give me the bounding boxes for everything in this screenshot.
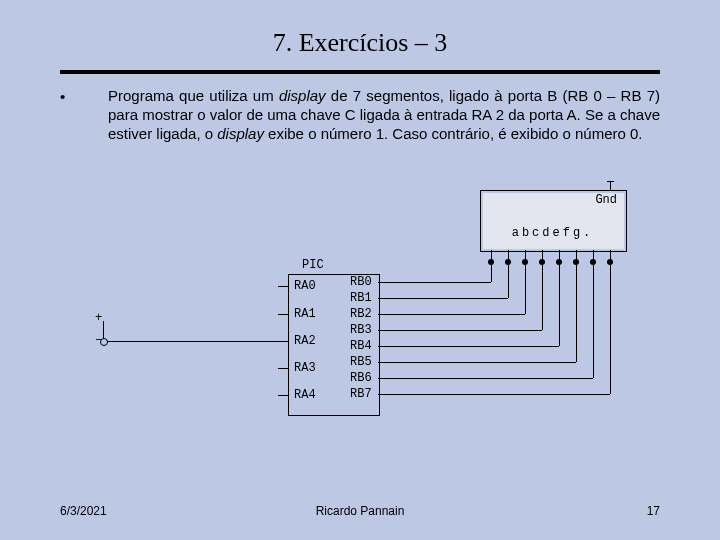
wire-rb0-h — [388, 282, 491, 283]
label-rb1: RB1 — [350, 291, 372, 305]
wire-rb7-v — [610, 262, 611, 394]
label-rb4: RB4 — [350, 339, 372, 353]
stub-rb4 — [378, 346, 388, 347]
slide: 7. Exercícios – 3 • Programa que utiliza… — [0, 0, 720, 540]
wire-rb5-v — [576, 262, 577, 362]
wire-rb4-v — [559, 262, 560, 346]
label-rb7: RB7 — [350, 387, 372, 401]
stub-ra4 — [278, 395, 288, 396]
title-rule — [60, 70, 660, 74]
wire-rb4-h — [388, 346, 559, 347]
body-text: Programa que utiliza um display de 7 seg… — [108, 86, 660, 144]
stub-ra0 — [278, 286, 288, 287]
body-italic-2: display — [217, 125, 264, 142]
gnd-pin — [610, 181, 611, 190]
wire-rb3-h — [388, 330, 542, 331]
display-pins-label: abcdefg. — [480, 226, 625, 240]
gnd-tick — [607, 181, 614, 182]
stub-rb6 — [378, 378, 388, 379]
stub-ra3 — [278, 368, 288, 369]
stub-rb1 — [378, 298, 388, 299]
display-gnd-label: Gnd — [480, 193, 625, 207]
body-italic-1: display — [279, 87, 326, 104]
label-ra4: RA4 — [294, 388, 316, 402]
wire-rb2-v — [525, 262, 526, 314]
label-ra2: RA2 — [294, 334, 316, 348]
wire-rb3-v — [542, 262, 543, 330]
label-ra1: RA1 — [294, 307, 316, 321]
wire-rb1-h — [388, 298, 508, 299]
pic-label: PIC — [302, 258, 324, 272]
stub-rb0 — [378, 282, 388, 283]
stub-rb7 — [378, 394, 388, 395]
body-text-post: exibe o número 1. Caso contrário, é exib… — [264, 125, 643, 142]
slide-title: 7. Exercícios – 3 — [0, 28, 720, 58]
label-ra0: RA0 — [294, 279, 316, 293]
switch-plus: + — [95, 311, 102, 325]
circuit-diagram: Gnd abcdefg. PIC RA0 RA1 RA2 RA3 — [80, 178, 660, 458]
bullet-marker: • — [60, 88, 74, 105]
stub-ra2 — [278, 341, 288, 342]
label-rb5: RB5 — [350, 355, 372, 369]
stub-rb2 — [378, 314, 388, 315]
switch-to-ra2-wire — [103, 341, 278, 342]
label-rb6: RB6 — [350, 371, 372, 385]
footer-author: Ricardo Pannain — [0, 504, 720, 518]
stub-rb3 — [378, 330, 388, 331]
footer-page: 17 — [647, 504, 660, 518]
wire-rb5-h — [388, 362, 576, 363]
label-rb2: RB2 — [350, 307, 372, 321]
wire-rb2-h — [388, 314, 525, 315]
label-rb3: RB3 — [350, 323, 372, 337]
wire-rb0-v — [491, 262, 492, 282]
stub-ra1 — [278, 314, 288, 315]
wire-rb7-h — [388, 394, 610, 395]
wire-rb6-v — [593, 262, 594, 378]
wire-rb6-h — [388, 378, 593, 379]
body-text-pre: Programa que utiliza um — [108, 87, 279, 104]
stub-rb5 — [378, 362, 388, 363]
wire-rb1-v — [508, 262, 509, 298]
label-ra3: RA3 — [294, 361, 316, 375]
switch-terminal — [100, 338, 108, 346]
label-rb0: RB0 — [350, 275, 372, 289]
